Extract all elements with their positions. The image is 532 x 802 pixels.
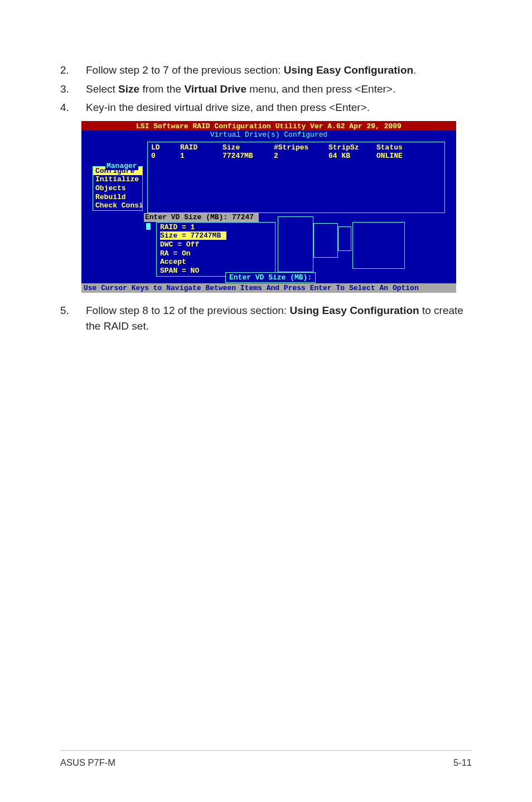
text: Follow step 8 to 12 of the previous sect…: [86, 305, 289, 316]
col-ld: LD: [151, 143, 180, 152]
col-status: Status: [376, 143, 419, 152]
text: menu, and then press <Enter>.: [246, 83, 395, 95]
help-bar: Use Cursor Keys to Navigate Between Item…: [81, 283, 456, 293]
step-4: 4. Key-in the desired virtual drive size…: [60, 100, 472, 115]
prop-size[interactable]: Size = 77247MB: [160, 231, 272, 240]
col-size: Size: [223, 143, 274, 152]
footer-right: 5-11: [453, 756, 472, 770]
bios-screenshot: LSI Software RAID Configuration Utility …: [81, 121, 456, 293]
footer-left: ASUS P7F-M: [60, 756, 115, 770]
col-stripes: #Stripes: [274, 143, 328, 152]
step-body: Key-in the desired virtual drive size, a…: [86, 100, 472, 115]
geometry-panel: [313, 223, 338, 258]
prop-dwc[interactable]: DWC = Off: [160, 240, 272, 249]
text-cursor-icon: [146, 223, 151, 230]
input-label: Enter VD Size (MB): 77247: [145, 213, 254, 221]
geometry-panel: [338, 226, 351, 251]
step-num: 2.: [60, 62, 86, 78]
prop-ra[interactable]: RA = On: [160, 249, 272, 258]
col-raid: RAID: [180, 143, 223, 152]
step-5: 5. Follow step 8 to 12 of the previous s…: [60, 303, 472, 334]
step-num: 5.: [60, 303, 86, 334]
menu-item-objects[interactable]: Objects: [93, 184, 142, 193]
text: Follow step 2 to 7 of the previous secti…: [86, 64, 284, 76]
page-footer: ASUS P7F-M 5-11: [60, 750, 472, 770]
menu-item-initialize[interactable]: Initialize: [93, 175, 142, 184]
step-body: Select Size from the Virtual Drive menu,…: [86, 81, 472, 97]
text: Select: [86, 83, 118, 95]
vd-properties-box[interactable]: RAID = 1 Size = 77247MB DWC = Off RA = O…: [156, 222, 275, 277]
menu-item-rebuild[interactable]: Rebuild: [93, 193, 142, 202]
vd-configured-box: LD RAID Size #Stripes StripSz Status 0 1…: [147, 142, 445, 213]
cell: 64 KB: [328, 152, 376, 161]
text-bold: Size: [118, 83, 139, 95]
step-num: 3.: [60, 81, 86, 97]
step-num: 4.: [60, 100, 86, 115]
vd-size-input[interactable]: Enter VD Size (MB): 77247: [144, 213, 259, 222]
geometry-panel: [352, 222, 405, 269]
cell: 0: [151, 152, 180, 161]
menu-label: Manager: [105, 162, 138, 171]
step-body: Follow step 2 to 7 of the previous secti…: [86, 62, 472, 78]
bios-subtitle: Virtual Drive(s) Configured: [81, 131, 456, 139]
text-bold: Using Easy Configuration: [289, 305, 419, 316]
prop-accept[interactable]: Accept: [160, 258, 272, 267]
geometry-panel: [278, 216, 313, 272]
step-body: Follow step 8 to 12 of the previous sect…: [86, 303, 472, 334]
status-box: Enter VD Size (MB):: [225, 272, 316, 283]
step-3: 3. Select Size from the Virtual Drive me…: [60, 81, 472, 97]
cell: 77247MB: [223, 152, 274, 161]
prop-raid[interactable]: RAID = 1: [160, 223, 272, 232]
step-2: 2. Follow step 2 to 7 of the previous se…: [60, 62, 472, 78]
table-row: 0 1 77247MB 2 64 KB ONLINE: [148, 152, 444, 161]
text-bold: Using Easy Configuration: [284, 64, 413, 76]
cell: 1: [180, 152, 223, 161]
prop-size-selected: Size = 77247MB: [160, 231, 226, 240]
cell: ONLINE: [376, 152, 419, 161]
bios-title: LSI Software RAID Configuration Utility …: [81, 121, 456, 131]
management-menu[interactable]: Manager Configure Initialize Objects Reb…: [93, 166, 143, 211]
text-bold: Virtual Drive: [184, 83, 246, 95]
cell: 2: [274, 152, 328, 161]
table-header: LD RAID Size #Stripes StripSz Status: [148, 142, 444, 152]
text: .: [413, 64, 416, 76]
col-stripsz: StripSz: [328, 143, 376, 152]
text: from the: [139, 83, 184, 95]
menu-item-check[interactable]: Check Consistency: [93, 201, 142, 210]
